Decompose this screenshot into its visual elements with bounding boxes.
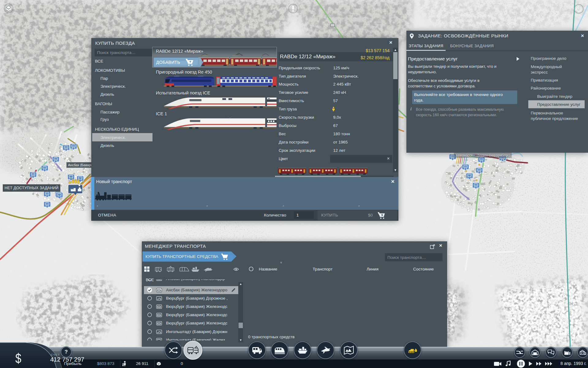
color-picker-input[interactable]: ✕ xyxy=(330,155,392,163)
messages-button[interactable] xyxy=(545,347,556,358)
camera-icon[interactable] xyxy=(494,361,502,366)
select-all-radio[interactable] xyxy=(249,266,254,271)
station-radio[interactable] xyxy=(147,279,152,281)
sidebar-item-electric-loco[interactable]: Электрическ. xyxy=(100,84,126,89)
tab-stages[interactable]: ЭТАПЫ ЗАДАНИЯ xyxy=(406,43,446,50)
col-header-state[interactable]: Состояние xyxy=(413,267,434,271)
task-window-close-button[interactable]: × xyxy=(581,33,584,38)
stage-item-intercity-express[interactable]: Междугородный экспресс xyxy=(531,64,577,75)
sidebar-item-passenger[interactable]: Пассажир xyxy=(100,110,119,114)
stage-item-lost-cause[interactable]: Проигранное дело xyxy=(531,56,566,61)
buy-dialog-close-button[interactable]: × xyxy=(389,40,392,45)
station-radio[interactable] xyxy=(147,304,152,309)
sidebar-item-all[interactable]: ВСЕ xyxy=(95,59,103,63)
station-radio[interactable] xyxy=(147,320,152,326)
station-radio[interactable] xyxy=(147,337,152,340)
station-row[interactable]: Ингольштадт (Бавария) Желез xyxy=(144,336,238,340)
help-button[interactable]: ? xyxy=(61,347,72,358)
scroll-up-arrow[interactable]: ▲ xyxy=(238,282,243,286)
stage-item-ipo[interactable]: Первоначальное публичное предложение xyxy=(531,110,581,121)
scrollbar-thumb[interactable] xyxy=(393,52,398,79)
color-clear-icon[interactable]: ✕ xyxy=(387,156,390,161)
sidebar-item-diesel-loco[interactable]: Дизель xyxy=(100,92,114,97)
music-icon[interactable] xyxy=(505,361,511,367)
list-scrollbar[interactable]: ▲ ▼ xyxy=(238,282,243,342)
tab-bonus[interactable]: БОНУСНЫЕ ЗАДАНИЯ xyxy=(449,43,495,50)
station-row[interactable]: Вюрцбург (Бавария) Дорожное , xyxy=(144,294,238,302)
station-radio[interactable] xyxy=(147,312,152,317)
station-row[interactable]: Ансбах (Бавария) Железнодоро xyxy=(144,286,238,294)
train-item-rabde[interactable]: RABDe 12/12 «Мираж» ДОБАВИТЬ xyxy=(153,47,277,67)
scroll-down-arrow[interactable]: ▼ xyxy=(393,168,398,172)
vehicles-manager-button[interactable] xyxy=(183,341,202,360)
quantity-input[interactable]: 1 xyxy=(294,211,314,219)
play-button[interactable] xyxy=(528,361,533,366)
stage-item-selected-highlight[interactable]: Предоставление услуг xyxy=(528,100,585,108)
manager-search-input[interactable]: Поиск транспорта… xyxy=(385,253,443,261)
col-header-line[interactable]: Линия xyxy=(367,267,379,271)
stage-item-win-tender[interactable]: Выиграйте тендер xyxy=(537,94,572,99)
sidebar-item-diesel-emu[interactable]: Дизель xyxy=(100,143,114,148)
stations-button[interactable] xyxy=(577,347,588,358)
stage-item-zoning[interactable]: Районирование xyxy=(531,86,561,90)
sidebar-item-locomotives[interactable]: ЛОКОМОТИВЫ xyxy=(95,68,125,73)
station-row[interactable]: Ансбах (Бавария) Железнодор xyxy=(144,279,238,283)
stage-item-privatization[interactable]: Приватизация xyxy=(531,78,558,82)
sidebar-item-wagons[interactable]: ВАГОНЫ xyxy=(95,102,112,106)
col-header-vehicle[interactable]: Транспорт xyxy=(313,267,333,271)
station-name: Ансбах (Бавария) Железнодор xyxy=(166,279,225,281)
city-label-ansbach[interactable]: Ансбах (Бавари xyxy=(66,162,93,168)
tracks-manager-button[interactable] xyxy=(514,347,525,358)
terrain-button[interactable] xyxy=(340,341,358,359)
col-header-name[interactable]: Название xyxy=(259,267,277,271)
station-row[interactable]: Ингольштадт (Бавария) Дорожн xyxy=(144,328,238,336)
scrollbar-thumb[interactable] xyxy=(239,323,243,328)
map-layers-button[interactable] xyxy=(4,3,13,13)
add-to-cart-button[interactable]: ДОБАВИТЬ xyxy=(154,58,203,67)
new-vehicle-close-button[interactable]: × xyxy=(391,178,394,184)
trains-button[interactable] xyxy=(271,341,288,359)
train-item-ice-test[interactable]: Испытательный поезд ICE xyxy=(153,89,277,109)
scroll-down-arrow[interactable]: ▼ xyxy=(238,338,243,342)
sidebar-item-multiple-units[interactable]: НЕСКОЛЬКО ЕДИНИЦ xyxy=(95,127,139,132)
depots-button[interactable] xyxy=(530,347,541,358)
cancel-button[interactable]: ОТМЕНА xyxy=(98,213,116,217)
city-label-heilbronn[interactable]: Хейльбронн (Баден-Вюртемберг) xyxy=(454,152,512,158)
ships-button[interactable] xyxy=(294,341,311,359)
scroll-up-arrow[interactable]: ▲ xyxy=(393,48,398,52)
vehicle-search-input[interactable]: Поиск транспорта… xyxy=(95,49,153,56)
industries-button[interactable] xyxy=(562,347,573,358)
industry-icon xyxy=(564,349,571,355)
train-item-label: ICE 1 xyxy=(156,111,167,116)
station-selected-check[interactable] xyxy=(147,287,152,293)
new-vehicle-scroll-strip[interactable] xyxy=(91,177,94,210)
station-row[interactable]: Вюрцбург (Бавария) Железнодс xyxy=(144,319,238,327)
consist-strip[interactable] xyxy=(278,167,368,176)
planes-button[interactable] xyxy=(317,341,334,359)
train-item-re450[interactable]: Пригородный поезд Re 450 xyxy=(153,68,277,88)
sort-chevron-icon[interactable]: ˅ xyxy=(280,261,282,264)
details-scrollbar[interactable]: ▲ ▼ xyxy=(393,48,398,172)
buy-button[interactable]: КУПИТЬ $0 $ xyxy=(318,210,397,220)
lines-manager-button[interactable] xyxy=(164,341,182,359)
road-vehicles-button[interactable] xyxy=(248,341,266,359)
rename-pencil-icon[interactable] xyxy=(231,288,236,292)
station-radio[interactable] xyxy=(147,296,152,301)
fast-forward-button[interactable] xyxy=(536,361,543,366)
train-item-ice1[interactable]: ICE 1 xyxy=(153,110,277,130)
sidebar-item-electric-emu[interactable]: Электрическ. xyxy=(100,135,126,140)
detach-window-icon[interactable] xyxy=(430,244,435,249)
power-button[interactable] xyxy=(574,4,584,14)
pause-button[interactable] xyxy=(517,360,525,368)
sidebar-item-steam[interactable]: Пар xyxy=(100,76,108,81)
bulldozer-button[interactable] xyxy=(404,341,421,359)
station-row[interactable]: Вюрцбург (Бавария) Железнодс xyxy=(144,311,238,319)
map-alert-button[interactable] xyxy=(288,4,298,13)
sidebar-item-cargo[interactable]: Груз xyxy=(100,117,109,122)
fastest-forward-button[interactable] xyxy=(545,361,554,366)
buy-vehicles-button[interactable]: КУПИТЬ ТРАНСПОРТНЫЕ СРЕДСТВА xyxy=(142,251,236,262)
steam-train-silhouette[interactable] xyxy=(95,192,132,203)
station-row[interactable]: Вюрцбург (Бавария) Железнодс xyxy=(144,303,238,311)
station-radio[interactable] xyxy=(147,329,152,334)
manager-close-button[interactable]: × xyxy=(439,243,442,248)
